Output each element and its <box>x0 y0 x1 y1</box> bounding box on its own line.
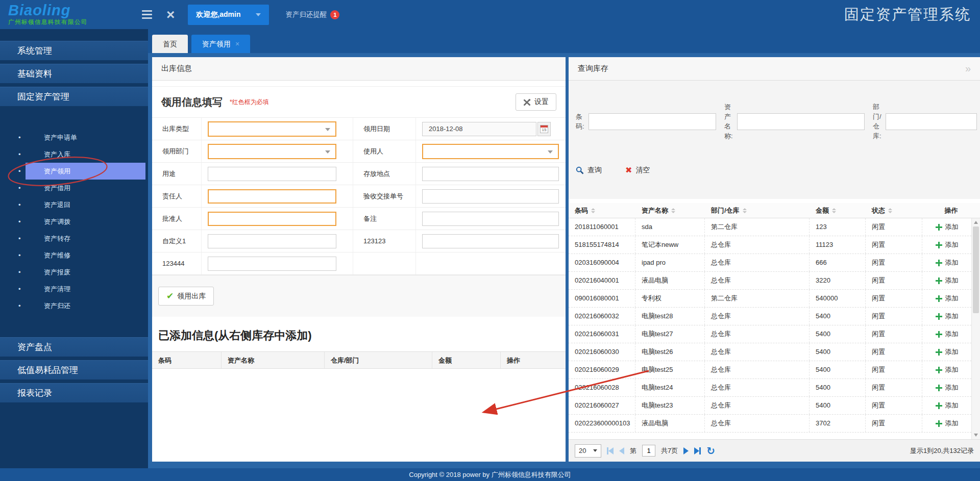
table-row[interactable]: 201811060001sda第二仓库123闲置添加 <box>569 218 971 236</box>
add-button[interactable]: 添加 <box>936 308 959 325</box>
add-button[interactable]: 添加 <box>936 325 959 343</box>
bullet-icon: • <box>18 281 21 297</box>
field-cell <box>202 252 353 274</box>
column-header[interactable]: 状态 <box>866 203 922 218</box>
sidebar-section[interactable]: 固定资产管理 <box>0 87 148 106</box>
date-field[interactable]: 2018-12-08 <box>422 122 536 136</box>
table-row[interactable]: 020216060031电脑test27总仓库5400闲置添加 <box>569 325 971 343</box>
scroll-down-icon[interactable] <box>974 434 978 437</box>
sidebar-item[interactable]: •资产维修 <box>0 247 148 264</box>
filter-input[interactable] <box>886 113 977 130</box>
table-row[interactable]: 090016080001专利权第二仓库540000闲置添加 <box>569 290 971 308</box>
add-button[interactable]: 添加 <box>936 361 959 378</box>
table-row[interactable]: 020216040001液晶电脑总仓库3220闲置添加 <box>569 272 971 290</box>
sidebar-item[interactable]: •资产申请单 <box>0 129 148 146</box>
table-row[interactable]: 020216060030电脑test26总仓库5400闲置添加 <box>569 343 971 361</box>
filter-input[interactable] <box>737 113 865 130</box>
tab-close-icon[interactable]: × <box>235 35 239 53</box>
text-field[interactable] <box>208 234 336 248</box>
table-row[interactable]: 020316090004ipad pro总仓库666闲置添加 <box>569 254 971 272</box>
logo-subtitle: 广州标领信息科技有限公司 <box>8 18 136 26</box>
prev-page-button[interactable] <box>619 447 624 454</box>
add-button[interactable]: 添加 <box>936 290 959 307</box>
sidebar-section[interactable]: 基础资料 <box>0 64 148 83</box>
column-header[interactable]: 条码 <box>569 203 635 218</box>
column-header[interactable]: 部门/仓库 <box>705 203 810 218</box>
first-page-button[interactable] <box>607 447 614 454</box>
sidebar-section[interactable]: 报表记录 <box>0 383 148 402</box>
add-button[interactable]: 添加 <box>936 343 959 361</box>
last-page-button[interactable] <box>694 447 701 454</box>
search-button[interactable]: 查询 <box>576 165 602 175</box>
add-button[interactable]: 添加 <box>936 254 959 271</box>
sidebar-section[interactable]: 系统管理 <box>0 41 148 60</box>
sidebar-item-active[interactable]: •资产领用 <box>0 163 148 180</box>
sidebar-item[interactable]: •资产转存 <box>0 230 148 247</box>
top-bar: Biaoling 广州标领信息科技有限公司 × 欢迎您,admin 资产归还提醒… <box>0 0 980 29</box>
filter-label: 条码: <box>576 112 584 131</box>
page-number-input[interactable] <box>642 445 655 457</box>
plus-icon <box>936 260 942 266</box>
filter-input[interactable] <box>589 113 716 130</box>
table-scrollbar[interactable] <box>971 218 980 439</box>
table-row[interactable]: 020216060027电脑test23总仓库5400闲置添加 <box>569 397 971 415</box>
sidebar-item[interactable]: •资产入库 <box>0 146 148 163</box>
text-field[interactable] <box>422 234 559 248</box>
add-button[interactable]: 添加 <box>936 236 959 254</box>
sidebar-section[interactable]: 低值易耗品管理 <box>0 360 148 379</box>
table-cell: 闲置 <box>866 361 922 378</box>
text-field[interactable] <box>208 189 336 204</box>
menu-toggle-icon[interactable] <box>142 10 152 19</box>
text-field[interactable] <box>208 212 336 226</box>
action-cell: 添加 <box>922 254 971 271</box>
clear-button[interactable]: ✖ 清空 <box>625 165 650 175</box>
text-field[interactable] <box>208 167 336 181</box>
page-size-select[interactable]: 20 <box>575 444 601 458</box>
collapse-chevron-icon[interactable]: » <box>965 63 971 74</box>
table-row[interactable]: 020216060032电脑test28总仓库5400闲置添加 <box>569 308 971 325</box>
table-row[interactable]: 518155174814笔记本neww总仓库11123闲置添加 <box>569 236 971 254</box>
select-field[interactable] <box>208 144 336 159</box>
settings-button[interactable]: 设置 <box>516 93 556 111</box>
sort-down-icon <box>743 211 747 213</box>
sidebar-item[interactable]: •资产退回 <box>0 196 148 213</box>
sidebar-item[interactable]: •资产调拨 <box>0 213 148 230</box>
next-page-button[interactable] <box>683 447 689 454</box>
column-header[interactable]: 资产名称 <box>635 203 705 218</box>
sidebar-section[interactable]: 资产盘点 <box>0 337 148 357</box>
add-button[interactable]: 添加 <box>936 272 959 289</box>
table-cell: 闲置 <box>866 218 922 236</box>
add-button[interactable]: 添加 <box>936 218 959 236</box>
add-button[interactable]: 添加 <box>936 379 959 396</box>
tab-home[interactable]: 首页 <box>152 35 188 53</box>
add-button[interactable]: 添加 <box>936 415 959 432</box>
return-reminder-link[interactable]: 资产归还提醒 1 <box>285 10 339 19</box>
main-area: 首页 资产领用 × 出库信息 领用信息填写 *红色框为必填 <box>148 29 980 468</box>
sidebar-item[interactable]: •资产归还 <box>0 297 148 314</box>
user-menu-button[interactable]: 欢迎您,admin <box>188 5 269 25</box>
text-field[interactable] <box>422 167 559 181</box>
scroll-up-icon[interactable] <box>974 221 978 224</box>
text-field[interactable] <box>208 257 336 271</box>
sidebar-item[interactable]: •资产清理 <box>0 281 148 297</box>
select-field[interactable] <box>422 144 559 159</box>
table-row[interactable]: 020216060029电脑test25总仓库5400闲置添加 <box>569 361 971 379</box>
tab-asset-requisition[interactable]: 资产领用 × <box>191 35 250 53</box>
refresh-icon[interactable]: ↻ <box>706 446 715 456</box>
add-button[interactable]: 添加 <box>936 397 959 414</box>
text-field[interactable] <box>422 189 559 204</box>
calendar-button[interactable]: 15 <box>537 122 551 136</box>
table-row[interactable]: 020223600000103液晶电脑总仓库3702闲置添加 <box>569 415 971 433</box>
table-cell: 液晶电脑 <box>635 272 705 289</box>
sidebar-item[interactable]: •资产借用 <box>0 180 148 196</box>
scrollbar-thumb[interactable] <box>973 226 979 313</box>
requisition-submit-button[interactable]: ✔ 领用出库 <box>158 287 214 306</box>
text-field[interactable] <box>422 212 559 226</box>
field-label: 使用人 <box>353 140 416 162</box>
sort-up-icon <box>671 208 675 210</box>
close-icon[interactable]: × <box>166 8 175 22</box>
column-header[interactable]: 金额 <box>810 203 866 218</box>
select-field[interactable] <box>208 121 336 137</box>
sidebar-item[interactable]: •资产报废 <box>0 264 148 281</box>
table-row[interactable]: 020216060028电脑test24总仓库5400闲置添加 <box>569 379 971 397</box>
